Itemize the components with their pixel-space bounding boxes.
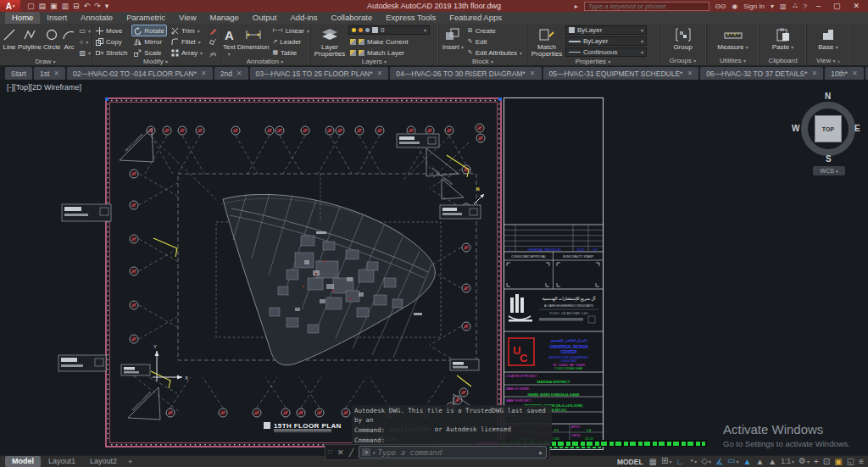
clipboard-panel-label[interactable]: Clipboard [760, 57, 806, 65]
close-tab-icon[interactable]: ✕ [811, 69, 817, 77]
drawing-canvas-viewport[interactable]: [-][Top][2D Wireframe] [0, 80, 868, 455]
hatch-tool-button[interactable]: ▨▾ [77, 47, 92, 58]
copy-button[interactable]: Copy [94, 36, 129, 47]
autodesk-network-icon[interactable]: ஃ [793, 2, 798, 10]
close-tab-icon[interactable]: ✕ [201, 69, 207, 77]
object-color-combo[interactable]: ByLayer▾ [565, 25, 647, 35]
fillet-button[interactable]: Fillet▾ [170, 36, 204, 47]
lineweight-combo[interactable]: ByLayer▾ [565, 36, 647, 46]
minimize-button[interactable]: – [813, 2, 824, 10]
layout-tab-layout2[interactable]: Layout2 [83, 456, 124, 467]
close-tab-icon[interactable]: ✕ [236, 69, 242, 77]
save-as-icon[interactable]: ▥ [62, 0, 70, 12]
ribbon-tab-home[interactable]: Home [5, 12, 40, 24]
file-tab-05-hvac-31-equipment-schedule[interactable]: 05---HVAC-31 EQUIPMENT SCHEDULE*✕ [543, 67, 699, 80]
scale-button[interactable]: Scale [132, 47, 166, 58]
clean-screen-icon[interactable]: ◱ [846, 456, 855, 467]
edit-block-button[interactable]: ✎Edit [466, 36, 524, 47]
recent-commands-icon[interactable]: ▾ [373, 450, 376, 455]
base-button[interactable]: Base ▾ [815, 25, 843, 51]
redo-icon[interactable]: ↷ [94, 0, 101, 12]
ribbon-tab-express-tools[interactable]: Express Tools [379, 12, 442, 24]
file-tab-2nd[interactable]: 2nd✕ [214, 67, 248, 80]
viewport-controls[interactable]: [-][Top][2D Wireframe] [7, 83, 81, 92]
ribbon-tab-insert[interactable]: Insert [40, 12, 74, 24]
ribbon-tab-parametric[interactable]: Parametric [120, 12, 172, 24]
plot-icon[interactable]: ⊟ [73, 0, 80, 12]
close-tab-icon[interactable]: ✕ [687, 69, 693, 77]
ribbon-tab-collaborate[interactable]: Collaborate [325, 12, 380, 24]
layout-tab-layout1[interactable]: Layout1 [42, 456, 82, 467]
file-tab-start[interactable]: Start [5, 67, 32, 80]
circle-button[interactable]: Circle [43, 25, 60, 51]
rotate-button[interactable]: Rotate [132, 25, 166, 36]
file-tab-04-hvac-26-to-30-riser-diagram[interactable]: 04---HVAC-26 TO 30 RISER DIAGRAM*✕ [390, 67, 541, 80]
new-layout-icon[interactable]: + [125, 458, 136, 466]
annotation-scale-control[interactable]: 1:1▾ [780, 456, 795, 467]
trim-button[interactable]: Trim▾ [170, 25, 204, 36]
create-block-button[interactable]: ⊞Create [466, 25, 524, 36]
dock-drag-handle[interactable]: ∷ [326, 448, 335, 456]
search-arrow-icon[interactable]: ▸ [575, 3, 578, 10]
linear-dimension-button[interactable]: ⊢⊣Linear▾ [270, 25, 310, 36]
properties-panel-label[interactable]: Properties ▾ [527, 58, 659, 66]
object-snap-icon[interactable]: ▭▾ [726, 455, 739, 467]
leader-button[interactable]: ↗Leader [270, 36, 310, 47]
polar-tracking-icon[interactable]: ◔▾ [687, 455, 698, 467]
ribbon-tab-manage[interactable]: Manage [203, 12, 246, 24]
text-button[interactable]: A Text ▾ [223, 25, 236, 58]
insert-block-button[interactable]: Insert ▾ [442, 25, 465, 51]
close-tab-icon[interactable]: ✕ [377, 69, 383, 77]
table-button[interactable]: ▦Table [270, 47, 310, 58]
viewcube-top-face[interactable]: TOP [815, 115, 842, 142]
dock-wrench-icon[interactable]: ╱ [347, 448, 356, 457]
save-icon[interactable]: ▣ [50, 0, 58, 12]
ribbon-tab-output[interactable]: Output [246, 12, 284, 24]
customization-icon[interactable]: ≡ [858, 456, 865, 467]
dimension-button[interactable]: Dimension [237, 25, 270, 51]
app-store-cart-icon[interactable]: ▥ [780, 3, 787, 10]
dock-close-icon[interactable]: ✕ [335, 448, 347, 457]
close-tab-icon[interactable]: ✕ [530, 69, 536, 77]
measure-button[interactable]: Measure ▾ [716, 25, 750, 51]
close-tab-icon[interactable]: ✕ [53, 69, 59, 77]
modify-panel-label[interactable]: Modify ▾ [92, 58, 220, 66]
ellipse-tool-button[interactable]: ○▾ [77, 36, 92, 47]
annotation-visibility-icon[interactable]: ▲ [742, 456, 752, 467]
line-button[interactable]: Line [3, 25, 16, 51]
close-button[interactable]: ✕ [849, 2, 863, 10]
layers-panel-label[interactable]: Layers ▾ [310, 58, 438, 66]
block-panel-label[interactable]: Block ▾ [439, 58, 526, 66]
wcs-selector[interactable]: WCS▾ [813, 166, 845, 175]
viewcube-south[interactable]: S [826, 154, 832, 164]
isolate-objects-icon[interactable]: ⊡ [822, 456, 831, 467]
stretch-button[interactable]: Stretch [94, 47, 129, 58]
ortho-mode-icon[interactable]: ∟ [675, 456, 685, 467]
rectangle-tool-button[interactable]: ▭▾ [77, 25, 92, 36]
ribbon-tab-add-ins[interactable]: Add-ins [283, 12, 324, 24]
viewcube[interactable]: N W E S TOP WCS▾ [800, 93, 856, 178]
offset-button[interactable] [208, 47, 219, 58]
qat-dropdown-icon[interactable]: ▾ [105, 0, 109, 12]
edit-attributes-button[interactable]: ✎Edit Attributes▾ [466, 47, 524, 58]
isometric-drafting-icon[interactable]: ◇▾ [700, 455, 712, 467]
graphics-performance-icon[interactable]: ▣ [833, 456, 843, 467]
viewcube-west[interactable]: W [792, 124, 799, 133]
sign-in-dropdown-icon[interactable]: ▾ [771, 3, 774, 10]
view-panel-label[interactable]: View ▾ » [807, 57, 849, 65]
match-layer-button[interactable]: Match Layer [348, 47, 436, 58]
erase-button[interactable] [208, 25, 219, 36]
help-search-input[interactable] [584, 2, 709, 11]
object-snap-tracking-icon[interactable]: ∡ [715, 456, 724, 467]
autocad-app-button[interactable]: A▾ [0, 0, 20, 12]
autoscale-icon[interactable]: ▲ [754, 456, 765, 467]
sign-in-button[interactable]: Sign In [743, 3, 765, 10]
ribbon-tab-view[interactable]: View [172, 12, 203, 24]
undo-icon[interactable]: ↶ [84, 0, 91, 12]
workspace-switching-icon[interactable]: ⚙▾ [798, 455, 810, 467]
match-properties-button[interactable]: Match Properties [530, 25, 564, 58]
viewcube-north[interactable]: N [825, 92, 831, 101]
array-button[interactable]: Array▾ [170, 47, 204, 58]
layer-properties-button[interactable]: Layer Properties [313, 25, 347, 58]
command-input[interactable] [378, 448, 535, 457]
